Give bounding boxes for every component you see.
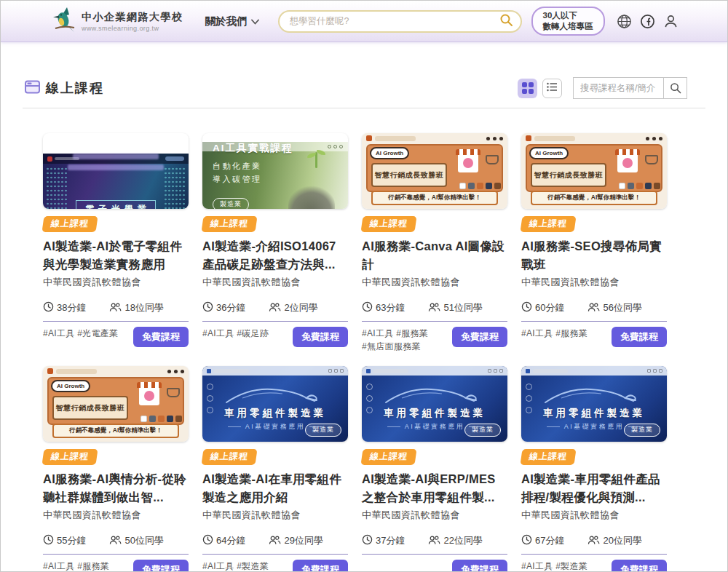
course-card[interactable]: 車用零組件製造業 AI基礎實務應用 製造業 線上課程 AI製造業-車用零組件產品…	[521, 366, 667, 572]
course-title[interactable]: AI製造業-AI在車用零組件製造之應用介紹	[202, 470, 348, 507]
course-search-input[interactable]	[573, 77, 663, 99]
facebook-icon[interactable]	[640, 14, 655, 29]
course-tags-line1[interactable]: #AI工具 #碳足跡	[202, 327, 269, 340]
course-tags[interactable]: #AI工具 #服務業	[521, 327, 587, 340]
site-header: 中小企業網路大學校 www.smelearning.org.tw 關於我們 30…	[1, 1, 727, 42]
grid-view-button[interactable]	[518, 79, 537, 98]
robot-hand-graphic	[288, 186, 335, 209]
course-type-badge: 線上課程	[201, 216, 257, 232]
user-icon[interactable]	[663, 14, 678, 29]
logo-url: www.smelearning.org.tw	[82, 25, 183, 32]
course-student-count: 20位同學	[587, 534, 641, 547]
course-title[interactable]: AI製造業-車用零組件產品排程/製程優化與預測...	[521, 470, 667, 507]
course-grid: 電子光學業 線上課程 AI製造業-AI於電子零組件與光學製造業實務應用 中華民國…	[43, 133, 727, 572]
course-title[interactable]: AI服務業-Canva AI圖像設計	[362, 237, 507, 274]
nav-about-us[interactable]: 關於我們	[205, 15, 259, 28]
course-organization: 中華民國資訊軟體協會	[43, 509, 189, 522]
course-tags-line1[interactable]: #AI工具 #服務業	[521, 327, 587, 340]
course-tags-line1[interactable]: #AI工具 #服務業	[362, 327, 428, 340]
storefront-graphic	[458, 149, 478, 172]
nav-about-label: 關於我們	[205, 15, 248, 28]
course-type-badge: 線上課程	[201, 449, 257, 465]
course-thumbnail[interactable]: AI Growth 智慧行銷成長致勝班 行銷不靠感覺，AI幫你精準出擊！	[521, 133, 667, 209]
digital-transformation-zone-button[interactable]: 30人以下 數轉人培專區	[531, 7, 605, 36]
course-duration-text: 36分鐘	[216, 301, 245, 314]
free-course-button[interactable]: 免費課程	[452, 327, 507, 347]
course-thumbnail[interactable]: 車用零組件製造業 AI基礎實務應用 製造業	[521, 366, 667, 442]
course-title[interactable]: AI服務業-SEO搜尋佈局實戰班	[521, 237, 667, 274]
course-card[interactable]: AI Growth 智慧行銷成長致勝班 行銷不靠感覺，AI幫你精準出擊！ 線上課…	[521, 133, 667, 353]
course-card[interactable]: 車用零組件製造業 AI基礎實務應用 製造業 線上課程 AI製造業-AI在車用零組…	[202, 366, 348, 572]
thumbnail-chrome-bar	[202, 142, 348, 151]
section-divider	[23, 108, 705, 108]
list-view-button[interactable]	[542, 79, 562, 98]
people-icon	[109, 302, 122, 314]
course-thumbnail[interactable]: AI Growth 智慧行銷成長致勝班 行銷不靠感覺，AI幫你精準出擊！	[43, 366, 189, 442]
thumbnail-chrome-bar	[362, 366, 507, 376]
thumbnail-optoelectronics: 電子光學業	[43, 154, 189, 209]
course-tags-line1[interactable]: #AI工具 #製造業	[521, 560, 587, 572]
header-icon-group	[617, 14, 678, 29]
course-duration-text: 64分鐘	[216, 534, 245, 547]
course-card[interactable]: AI Growth 智慧行銷成長致勝班 行銷不靠感覺，AI幫你精準出擊！ 線上課…	[362, 133, 507, 353]
free-course-button[interactable]: 免費課程	[133, 327, 189, 347]
course-card[interactable]: 車用零組件製造業 AI基礎實務應用 製造業 線上課程 AI製造業-AI與ERP/…	[362, 366, 507, 572]
course-tags[interactable]: #AI工具 #服務業	[43, 560, 109, 572]
course-student-count: 51位同學	[428, 301, 482, 314]
course-tags-line1[interactable]: #AI工具 #製造業	[202, 560, 269, 572]
ai-growth-bubble: AI Growth	[370, 147, 409, 159]
thumbnail-banner: 行銷不靠感覺，AI幫你精準出擊！	[531, 191, 657, 205]
course-tags-line1[interactable]: #AI工具 #光電產業	[43, 327, 118, 340]
course-card[interactable]: AI Growth 智慧行銷成長致勝班 行銷不靠感覺，AI幫你精準出擊！ 線上課…	[43, 366, 189, 572]
course-thumbnail[interactable]: AI Growth 智慧行銷成長致勝班 行銷不靠感覺，AI幫你精準出擊！	[362, 133, 507, 209]
site-logo[interactable]: 中小企業網路大學校 www.smelearning.org.tw	[52, 7, 183, 36]
course-student-count: 22位同學	[428, 534, 482, 547]
course-students-text: 2位同學	[284, 301, 317, 314]
view-controls	[518, 77, 687, 99]
free-course-button[interactable]: 免費課程	[612, 327, 667, 347]
course-tags[interactable]: #AI工具 #製造業	[521, 560, 587, 572]
globe-icon[interactable]	[617, 14, 632, 29]
course-duration-text: 38分鐘	[57, 301, 86, 314]
ai-growth-bubble: AI Growth	[51, 380, 90, 392]
thumbnail-industry-badge: 製造業	[305, 424, 341, 437]
magnifier-icon[interactable]	[499, 13, 513, 30]
free-course-button[interactable]: 免費課程	[452, 560, 507, 572]
course-title[interactable]: AI製造業-介紹ISO14067產品碳足跡盤查方法與...	[202, 237, 348, 274]
storefront-graphic	[617, 149, 638, 172]
course-thumbnail[interactable]: 車用零組件製造業 AI基礎實務應用 製造業	[202, 366, 348, 442]
thumbnail-chrome-bar	[202, 366, 348, 376]
course-search-button[interactable]	[663, 77, 687, 99]
free-course-button[interactable]: 免費課程	[133, 560, 189, 572]
sprout-graphic	[315, 152, 317, 168]
course-thumbnail[interactable]: AI工具實戰課程 自動化產業 導入碳管理 製造業	[202, 133, 348, 209]
course-card[interactable]: 電子光學業 線上課程 AI製造業-AI於電子零組件與光學製造業實務應用 中華民國…	[43, 133, 189, 353]
course-title[interactable]: AI製造業-AI於電子零組件與光學製造業實務應用	[43, 237, 189, 274]
free-course-button[interactable]: 免費課程	[293, 327, 348, 347]
course-title[interactable]: AI服務業-AI輿情分析-從聆聽社群媒體到做出智...	[43, 470, 189, 507]
free-course-button[interactable]: 免費課程	[612, 560, 667, 572]
header-search-input[interactable]	[290, 16, 499, 26]
course-tags[interactable]: #AI工具 #碳足跡	[202, 327, 269, 340]
clock-icon	[202, 301, 213, 314]
course-duration: 63分鐘	[362, 301, 405, 314]
course-tags[interactable]: #AI工具 #製造業 #車輛產業	[202, 560, 269, 572]
course-card[interactable]: AI工具實戰課程 自動化產業 導入碳管理 製造業 線上課程 AI製造業-介紹IS…	[202, 133, 348, 353]
color-swatches	[459, 183, 501, 189]
course-thumbnail[interactable]: 電子光學業	[43, 133, 189, 209]
course-meta: 64分鐘 29位同學	[202, 534, 348, 547]
course-duration-text: 63分鐘	[376, 301, 405, 314]
course-tags-line2[interactable]: #無店面服務業	[362, 340, 428, 353]
course-thumbnail[interactable]: 車用零組件製造業 AI基礎實務應用 製造業	[362, 366, 507, 442]
course-type-badge: 線上課程	[41, 216, 98, 232]
free-course-button[interactable]: 免費課程	[293, 560, 348, 572]
course-tags-line1[interactable]: #AI工具 #服務業	[43, 560, 109, 572]
course-students-text: 56位同學	[603, 301, 641, 314]
people-icon	[269, 535, 281, 547]
course-tags[interactable]: #AI工具 #服務業 #無店面服務業	[362, 327, 428, 353]
course-card-footer: #AI工具 #服務業 #無店面服務業 免費課程	[362, 321, 507, 353]
course-title[interactable]: AI製造業-AI與ERP/MES之整合於車用零組件製...	[362, 470, 507, 507]
thumbnail-label: 電子光學業	[76, 200, 156, 209]
course-tags[interactable]: #AI工具 #光電產業	[43, 327, 118, 340]
chevron-down-icon	[251, 15, 259, 27]
